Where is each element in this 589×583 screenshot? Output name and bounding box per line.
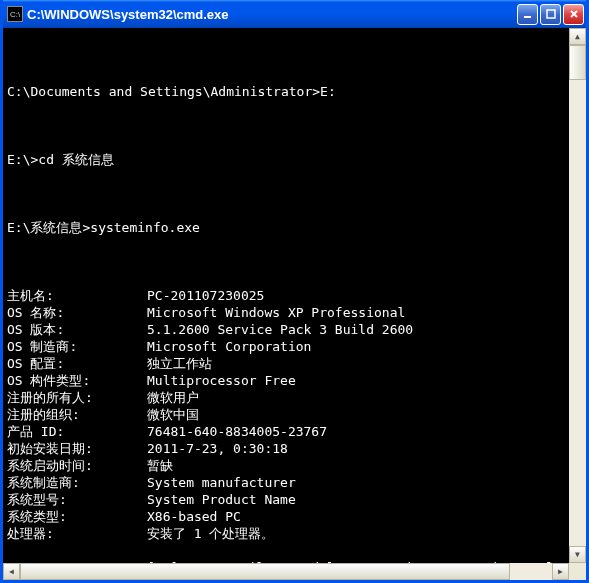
prompt-line: E:\>cd 系统信息	[7, 151, 569, 168]
info-row: 处理器:安装了 1 个处理器。	[7, 525, 569, 542]
info-value: Microsoft Windows XP Professional	[147, 304, 569, 321]
maximize-icon	[546, 9, 556, 19]
info-value: 微软用户	[147, 389, 569, 406]
info-value: 2011-7-23, 0:30:18	[147, 440, 569, 457]
scroll-up-button[interactable]: ▲	[569, 28, 586, 45]
info-value: 独立工作站	[147, 355, 569, 372]
info-label: 系统型号:	[7, 491, 147, 508]
info-row: 主机名:PC-201107230025	[7, 287, 569, 304]
blank-line	[7, 253, 569, 270]
titlebar[interactable]: C:\ C:\WINDOWS\system32\cmd.exe	[3, 0, 586, 28]
console-output[interactable]: C:\Documents and Settings\Administrator>…	[3, 28, 569, 563]
info-label: 系统类型:	[7, 508, 147, 525]
scroll-thumb-horizontal[interactable]	[20, 563, 510, 580]
info-label: 系统启动时间:	[7, 457, 147, 474]
info-row: 系统制造商:System manufacturer	[7, 474, 569, 491]
info-label: OS 名称:	[7, 304, 147, 321]
info-value: 76481-640-8834005-23767	[147, 423, 569, 440]
info-row: OS 名称:Microsoft Windows XP Professional	[7, 304, 569, 321]
maximize-button[interactable]	[540, 4, 561, 25]
info-row: 系统类型:X86-based PC	[7, 508, 569, 525]
minimize-button[interactable]	[517, 4, 538, 25]
info-label: 注册的所有人:	[7, 389, 147, 406]
info-value: Multiprocessor Free	[147, 372, 569, 389]
info-row: 产品 ID:76481-640-8834005-23767	[7, 423, 569, 440]
info-label: 注册的组织:	[7, 406, 147, 423]
info-value: System manufacturer	[147, 474, 569, 491]
scroll-left-button[interactable]: ◀	[3, 563, 20, 580]
info-value: System Product Name	[147, 491, 569, 508]
minimize-icon	[523, 9, 533, 19]
info-row: 系统启动时间:暂缺	[7, 457, 569, 474]
prompt-line: E:\系统信息>systeminfo.exe	[7, 219, 569, 236]
scroll-track-horizontal[interactable]	[20, 563, 552, 580]
info-row: OS 配置:独立工作站	[7, 355, 569, 372]
info-row: OS 构件类型:Multiprocessor Free	[7, 372, 569, 389]
info-value: 安装了 1 个处理器。	[147, 525, 569, 542]
info-label: 处理器:	[7, 525, 147, 542]
info-label: OS 版本:	[7, 321, 147, 338]
info-row: 注册的组织:微软中国	[7, 406, 569, 423]
scroll-right-button[interactable]: ▶	[552, 563, 569, 580]
scroll-down-button[interactable]: ▼	[569, 546, 586, 563]
svg-rect-1	[547, 10, 555, 18]
prompt-line	[7, 49, 569, 66]
prompt-line: C:\Documents and Settings\Administrator>…	[7, 83, 569, 100]
horizontal-scrollbar: ◀ ▶	[3, 563, 586, 580]
info-row: OS 制造商:Microsoft Corporation	[7, 338, 569, 355]
close-icon	[569, 9, 579, 19]
cmd-window: C:\ C:\WINDOWS\system32\cmd.exe C:\Docum…	[0, 0, 589, 583]
info-row: 系统型号:System Product Name	[7, 491, 569, 508]
client-area: C:\Documents and Settings\Administrator>…	[3, 28, 586, 580]
info-row: 注册的所有人:微软用户	[7, 389, 569, 406]
blank-line	[7, 185, 569, 202]
window-controls	[517, 4, 584, 25]
info-row: OS 版本:5.1.2600 Service Pack 3 Build 2600	[7, 321, 569, 338]
info-label: 主机名:	[7, 287, 147, 304]
info-label: 系统制造商:	[7, 474, 147, 491]
info-value: PC-201107230025	[147, 287, 569, 304]
scrollbar-corner	[569, 563, 586, 580]
window-title: C:\WINDOWS\system32\cmd.exe	[27, 7, 517, 22]
info-value: 暂缺	[147, 457, 569, 474]
vertical-scrollbar: ▲ ▼	[569, 28, 586, 563]
info-label: OS 配置:	[7, 355, 147, 372]
info-label: 产品 ID:	[7, 423, 147, 440]
scroll-thumb-vertical[interactable]	[569, 45, 586, 80]
info-label: 初始安装日期:	[7, 440, 147, 457]
close-button[interactable]	[563, 4, 584, 25]
info-label: OS 构件类型:	[7, 372, 147, 389]
svg-rect-0	[524, 16, 531, 18]
info-value: X86-based PC	[147, 508, 569, 525]
info-row: 初始安装日期:2011-7-23, 0:30:18	[7, 440, 569, 457]
cmd-icon: C:\	[7, 6, 23, 22]
scroll-track-vertical[interactable]	[569, 45, 586, 546]
info-value: 微软中国	[147, 406, 569, 423]
info-value: 5.1.2600 Service Pack 3 Build 2600	[147, 321, 569, 338]
info-label: OS 制造商:	[7, 338, 147, 355]
blank-line	[7, 117, 569, 134]
info-value: Microsoft Corporation	[147, 338, 569, 355]
